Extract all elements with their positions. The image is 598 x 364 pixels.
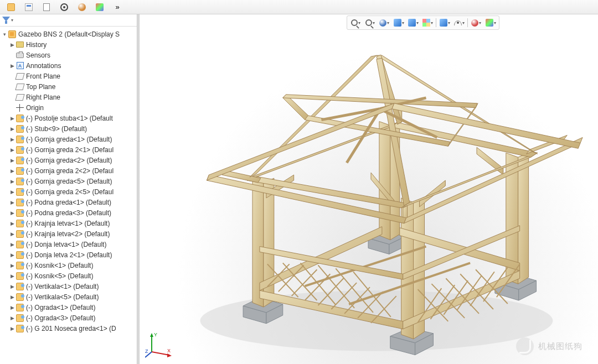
- expander-icon[interactable]: ▾: [1, 32, 8, 37]
- part-icon: [16, 220, 24, 227]
- tree-item[interactable]: ▶(-) Kosnik<5> (Default): [0, 271, 137, 281]
- tree-item-label: (-) Gornja greda<2> (Default): [26, 157, 112, 164]
- overflow-button[interactable]: »: [110, 1, 125, 13]
- tree-item[interactable]: ▶(-) Podna greda<3> (Default): [0, 207, 137, 218]
- expander-icon[interactable]: ▶: [9, 221, 16, 226]
- tree-item-label: (-) Podna greda<1> (Default): [26, 199, 111, 206]
- tree-item-label: (-) G 201 Noseca greda<1> (D: [26, 325, 116, 332]
- graphics-viewport[interactable]: ▾▾▾▾▾▾▾▾▾▾: [140, 14, 598, 364]
- tree-item[interactable]: ▶(-) Krajnja letva<2> (Default): [0, 228, 137, 239]
- part-icon: [16, 283, 24, 290]
- expander-icon[interactable]: ▶: [9, 168, 16, 174]
- tree-item[interactable]: ▶(-) Gornja greda 2<1> (Defaul: [0, 144, 137, 155]
- tree-item[interactable]: ▶(-) Donja letva 2<1> (Default): [0, 249, 137, 260]
- part-icon: [16, 115, 24, 122]
- expander-icon[interactable]: ▶: [9, 315, 16, 321]
- tree-item-label: (-) Podna greda<3> (Default): [26, 209, 111, 217]
- tree-item[interactable]: ▶(-) G 201 Noseca greda<1> (D: [0, 323, 137, 334]
- part-icon: [16, 304, 24, 311]
- expander-icon[interactable]: ▶: [9, 200, 16, 205]
- target-icon: [60, 3, 68, 11]
- tree-item[interactable]: ▶(-) Vertikala<5> (Default): [0, 292, 137, 302]
- tree-root-label: Gazebo BNS 2 (Default<Display S: [18, 30, 120, 38]
- watermark-logo-icon: [516, 337, 534, 355]
- tree-item[interactable]: ▶History: [0, 39, 137, 50]
- overflow-label: »: [115, 3, 119, 11]
- expander-icon[interactable]: ▶: [9, 326, 16, 331]
- tree-item[interactable]: ▶(-) Gornja greda 2<5> (Defaul: [0, 186, 137, 197]
- tree-item[interactable]: ▶(-) Podna greda<1> (Default): [0, 197, 137, 207]
- expander-icon[interactable]: ▶: [9, 158, 16, 163]
- expander-icon[interactable]: ▶: [9, 252, 16, 258]
- feature-tree-panel: ▾ ▾ Gazebo BNS 2 (Default<Display S ▶His…: [0, 14, 137, 364]
- palette-icon[interactable]: [92, 1, 107, 13]
- triad-z-label: Z: [145, 349, 148, 354]
- expander-icon[interactable]: ▶: [9, 179, 16, 184]
- orientation-triad[interactable]: Y X Z: [145, 331, 173, 358]
- appearance-icon[interactable]: [74, 1, 90, 13]
- svg-marker-60: [167, 353, 172, 357]
- tree-item[interactable]: ▶Sensors: [0, 50, 137, 60]
- tree-item[interactable]: ▶(-) Ograda<1> (Default): [0, 302, 137, 313]
- tree-item[interactable]: ▶Front Plane: [0, 71, 137, 81]
- tree-item[interactable]: ▶(-) Krajnja letva<1> (Default): [0, 218, 137, 228]
- expander-icon[interactable]: ▶: [9, 147, 16, 153]
- expander-icon[interactable]: ▶: [9, 305, 16, 310]
- watermark-text: 机械图纸狗: [538, 341, 582, 352]
- tree-item-label: (-) Kosnik<1> (Default): [26, 262, 93, 269]
- tree-item-label: (-) Gornja greda<1> (Default): [26, 136, 112, 143]
- tree-item-label: Sensors: [26, 51, 50, 59]
- part-icon: [16, 136, 24, 143]
- doc-icon[interactable]: [39, 1, 54, 13]
- tree-item[interactable]: ▶AAnnotations: [0, 60, 137, 71]
- tree-item-label: (-) Stub<9> (Default): [26, 125, 87, 133]
- appearance-icon: [78, 3, 86, 11]
- expander-icon[interactable]: ▶: [9, 42, 16, 48]
- tree-item-label: (-) Vertikala<5> (Default): [26, 293, 99, 301]
- expander-icon[interactable]: ▶: [9, 231, 16, 237]
- expander-icon[interactable]: ▶: [9, 284, 16, 289]
- tree-item-label: (-) Vertikala<1> (Default): [26, 283, 99, 290]
- expander-icon[interactable]: ▶: [9, 263, 16, 268]
- tree-item[interactable]: ▶(-) Gornja greda<5> (Default): [0, 176, 137, 186]
- part-icon: [16, 230, 24, 238]
- target-icon[interactable]: [56, 1, 72, 13]
- tree-item[interactable]: ▶(-) Vertikala<1> (Default): [0, 281, 137, 292]
- assembly-icon[interactable]: [3, 1, 19, 13]
- prop-icon[interactable]: [21, 1, 37, 13]
- tree-item[interactable]: ▶Top Plane: [0, 81, 137, 92]
- tree-item[interactable]: ▶(-) Postolje stuba<1> (Default: [0, 113, 137, 123]
- filter-bar[interactable]: ▾: [0, 14, 137, 27]
- part-icon: [16, 251, 24, 259]
- tree-item[interactable]: ▶Origin: [0, 102, 137, 113]
- svg-marker-54: [404, 137, 582, 223]
- expander-icon[interactable]: ▶: [9, 294, 16, 300]
- tree-item[interactable]: ▶(-) Kosnik<1> (Default): [0, 260, 137, 271]
- tree-item-label: (-) Gornja greda<5> (Default): [26, 178, 112, 185]
- tree-item[interactable]: ▶(-) Ograda<3> (Default): [0, 313, 137, 323]
- tree-root[interactable]: ▾ Gazebo BNS 2 (Default<Display S: [0, 29, 137, 39]
- expander-icon[interactable]: ▶: [9, 189, 16, 195]
- tree-item[interactable]: ▶(-) Donja letva<1> (Default): [0, 239, 137, 249]
- expander-icon[interactable]: ▶: [9, 126, 16, 132]
- expander-icon[interactable]: ▶: [9, 210, 16, 216]
- tree-item-label: (-) Gornja greda 2<2> (Defaul: [26, 167, 114, 175]
- origin-icon: [16, 104, 24, 112]
- assembly-icon: [7, 3, 15, 11]
- expander-icon[interactable]: ▶: [9, 137, 16, 142]
- triad-y-label: Y: [154, 332, 157, 337]
- tree-item[interactable]: ▶(-) Gornja greda<2> (Default): [0, 155, 137, 165]
- expander-icon[interactable]: ▶: [9, 63, 16, 69]
- expander-icon[interactable]: ▶: [9, 273, 16, 279]
- tree-item[interactable]: ▶(-) Gornja greda 2<2> (Defaul: [0, 165, 137, 176]
- tree-item[interactable]: ▶(-) Gornja greda<1> (Default): [0, 134, 137, 144]
- expander-icon[interactable]: ▶: [9, 242, 16, 247]
- tree-item-label: (-) Ograda<1> (Default): [26, 304, 95, 311]
- svg-marker-32: [477, 147, 503, 175]
- tree-item[interactable]: ▶(-) Stub<9> (Default): [0, 123, 137, 134]
- svg-marker-58: [150, 333, 153, 337]
- expander-icon[interactable]: ▶: [9, 116, 16, 121]
- folder-icon: [16, 41, 24, 48]
- tree-item-label: Top Plane: [26, 83, 55, 91]
- tree-item[interactable]: ▶Right Plane: [0, 92, 137, 102]
